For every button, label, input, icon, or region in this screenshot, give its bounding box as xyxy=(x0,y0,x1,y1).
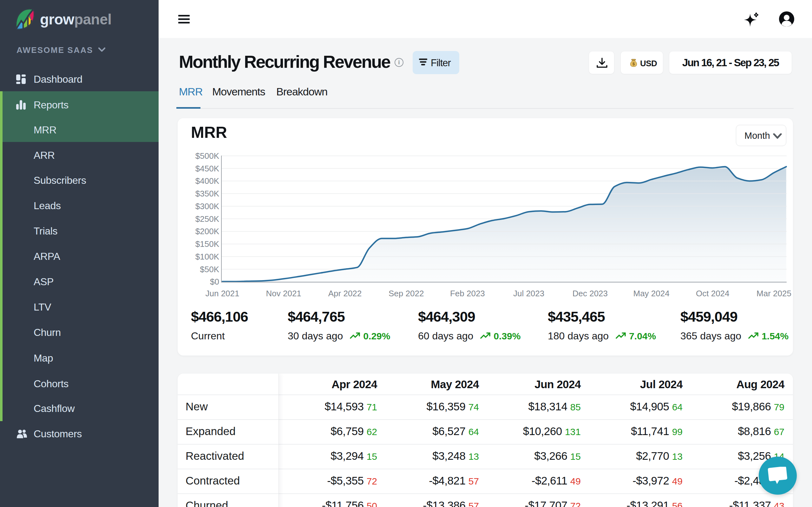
svg-text:May 2024: May 2024 xyxy=(633,289,670,298)
svg-text:$500K: $500K xyxy=(195,151,219,161)
svg-text:Jun 2021: Jun 2021 xyxy=(206,289,240,298)
svg-text:$350K: $350K xyxy=(195,189,219,199)
svg-text:Feb 2023: Feb 2023 xyxy=(450,289,485,298)
svg-text:$50K: $50K xyxy=(200,265,219,274)
svg-text:Sep 2022: Sep 2022 xyxy=(389,289,424,298)
svg-text:$300K: $300K xyxy=(195,202,219,211)
svg-text:$: $ xyxy=(632,61,635,66)
svg-text:$0: $0 xyxy=(210,277,219,286)
svg-text:$200K: $200K xyxy=(195,227,219,236)
svg-text:$100K: $100K xyxy=(195,252,219,262)
svg-text:Mar 2025: Mar 2025 xyxy=(757,289,792,298)
svg-text:Nov 2021: Nov 2021 xyxy=(266,289,301,298)
svg-text:Apr 2022: Apr 2022 xyxy=(328,289,362,298)
svg-text:Jul 2023: Jul 2023 xyxy=(513,289,544,298)
svg-text:Oct 2024: Oct 2024 xyxy=(696,289,729,298)
svg-text:$250K: $250K xyxy=(195,214,219,224)
svg-text:$150K: $150K xyxy=(195,239,219,249)
svg-text:Dec 2023: Dec 2023 xyxy=(572,289,608,298)
svg-text:$450K: $450K xyxy=(195,164,219,173)
svg-text:$400K: $400K xyxy=(195,176,219,186)
